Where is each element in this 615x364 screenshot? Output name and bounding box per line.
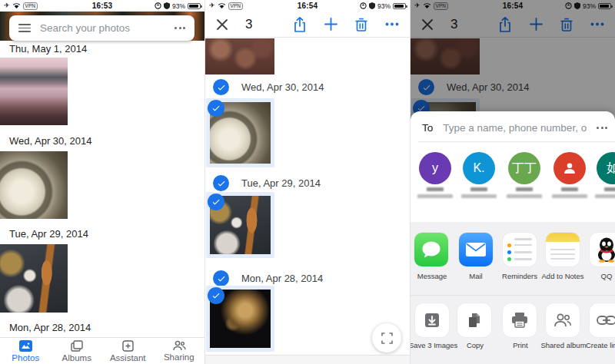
airplane-mode-icon: ✈ — [209, 2, 215, 9]
date-select-row: Tue, Apr 29, 2014 — [213, 175, 321, 191]
divider — [418, 141, 615, 142]
delete-icon[interactable] — [355, 18, 367, 31]
photo-thumbnail-spoons[interactable] — [0, 244, 68, 313]
app-label: QQ — [584, 272, 615, 280]
contact-name-redacted — [503, 187, 546, 198]
wifi-icon — [218, 2, 226, 9]
battery-percent: 93% — [172, 2, 185, 10]
contact-avatar[interactable] — [554, 152, 586, 184]
app-label: Add to Notes — [540, 272, 585, 280]
app-label: Reminders — [497, 272, 542, 280]
shared-album-people-icon — [554, 313, 572, 328]
orientation-lock-icon — [155, 2, 161, 9]
vpn-badge: VPN — [228, 2, 243, 10]
avatar-initial: K. — [473, 161, 484, 175]
checkmark-icon[interactable] — [208, 194, 224, 210]
action-create-link[interactable] — [590, 303, 615, 337]
share-icon[interactable] — [293, 17, 307, 32]
contact-avatar[interactable]: 如 — [597, 152, 615, 184]
vpn-badge: VPN — [23, 2, 38, 10]
shield-icon — [369, 2, 375, 9]
date-select-row: Wed, Apr 30, 2014 — [213, 79, 324, 95]
checkmark-icon[interactable] — [213, 175, 229, 191]
assistant-icon — [122, 340, 134, 352]
action-label: Save 3 Images — [410, 341, 457, 349]
contact-avatar[interactable]: 丁丁 — [508, 152, 540, 184]
checkmark-icon[interactable] — [213, 79, 229, 95]
date-header: Thu, May 1, 2014 — [9, 43, 87, 55]
contact-name-redacted — [548, 187, 591, 198]
recipient-input[interactable]: Type a name, phone number, or email — [443, 122, 587, 134]
action-print[interactable] — [503, 303, 537, 337]
search-bar[interactable]: Search your photos — [9, 15, 194, 41]
action-save-images[interactable] — [415, 303, 449, 337]
more-options-icon[interactable] — [175, 27, 185, 29]
share-sheet-options: Message Mail Reminders Add to Notes QQ — [411, 222, 615, 364]
divider — [411, 295, 615, 296]
bottom-navigation: Photos Albums Assistant Sharing — [0, 337, 204, 364]
checkmark-icon[interactable] — [213, 270, 229, 286]
photo-thumbnail-rocks-partial[interactable] — [205, 38, 274, 74]
date-header: Mon, Apr 28, 2014 — [9, 322, 91, 333]
action-shared-album[interactable] — [546, 303, 580, 337]
nav-label: Albums — [62, 353, 91, 362]
app-label: Message — [410, 272, 454, 280]
photo-grid-edge — [205, 355, 410, 364]
selected-photo-tile[interactable] — [206, 286, 274, 352]
action-label: Shared album — [540, 341, 587, 349]
nav-tab-assistant[interactable]: Assistant — [102, 338, 154, 364]
photo-thumbnail-camera-dial[interactable] — [0, 151, 68, 219]
airplane-mode-icon: ✈ — [4, 2, 10, 9]
recipient-more-icon[interactable] — [597, 127, 607, 129]
status-bar: ✈ VPN 16:54 93% — [205, 0, 410, 12]
contact-name-redacted — [591, 187, 615, 198]
contact-name-redacted — [457, 187, 500, 198]
selected-photo-tile[interactable] — [206, 98, 274, 167]
save-download-icon — [424, 312, 440, 329]
battery-icon — [393, 3, 406, 9]
battery-percent: 93% — [377, 2, 391, 10]
nav-tab-photos[interactable]: Photos — [0, 338, 52, 364]
shield-icon — [164, 2, 170, 9]
link-icon — [597, 315, 615, 326]
date-header: Mon, Apr 28, 2014 — [241, 273, 323, 284]
app-message[interactable] — [414, 233, 448, 266]
selection-toolbar: 3 — [205, 12, 410, 38]
envelope-icon — [465, 242, 487, 257]
nav-tab-albums[interactable]: Albums — [52, 338, 103, 364]
avatar-initial: y — [432, 161, 438, 175]
contact-name-redacted — [414, 187, 457, 198]
app-qq[interactable] — [590, 233, 615, 266]
app-reminders[interactable] — [503, 233, 537, 266]
contact-avatar[interactable]: K. — [463, 152, 495, 184]
nav-label: Assistant — [110, 353, 146, 362]
close-icon[interactable] — [216, 18, 228, 31]
menu-icon[interactable] — [18, 24, 31, 32]
app-add-to-notes[interactable] — [546, 233, 580, 266]
app-label: Mail — [454, 272, 498, 280]
overflow-menu-icon[interactable] — [385, 22, 399, 26]
notes-header-band — [546, 233, 580, 242]
avatar-initial: 如 — [607, 160, 615, 177]
google-photos-selection-screen: ✈ VPN 16:54 93% 3 Wed, Apr 30, 2014 — [204, 0, 410, 364]
nav-tab-sharing[interactable]: Sharing — [154, 338, 205, 364]
add-icon[interactable] — [324, 18, 337, 31]
checkmark-icon[interactable] — [208, 287, 224, 304]
selected-photo-tile[interactable] — [206, 192, 274, 258]
contact-avatar[interactable]: y — [419, 152, 451, 184]
action-label: Copy — [451, 341, 499, 349]
sharing-icon — [172, 340, 186, 351]
photo-thumbnail-lake[interactable] — [0, 58, 68, 125]
date-header: Tue, Apr 29, 2014 — [241, 177, 321, 189]
date-select-row: Mon, Apr 28, 2014 — [213, 270, 323, 286]
nav-label: Sharing — [164, 352, 194, 362]
qq-penguin-icon — [595, 237, 615, 263]
action-copy[interactable] — [457, 303, 491, 337]
checkmark-icon[interactable] — [208, 100, 224, 117]
search-input[interactable]: Search your photos — [40, 22, 165, 34]
date-header: Wed, Apr 30, 2014 — [9, 135, 91, 147]
app-mail[interactable] — [459, 233, 493, 266]
recipient-row: To Type a name, phone number, or email — [422, 117, 607, 138]
expand-selection-button[interactable] — [372, 323, 401, 352]
albums-icon — [71, 340, 83, 352]
